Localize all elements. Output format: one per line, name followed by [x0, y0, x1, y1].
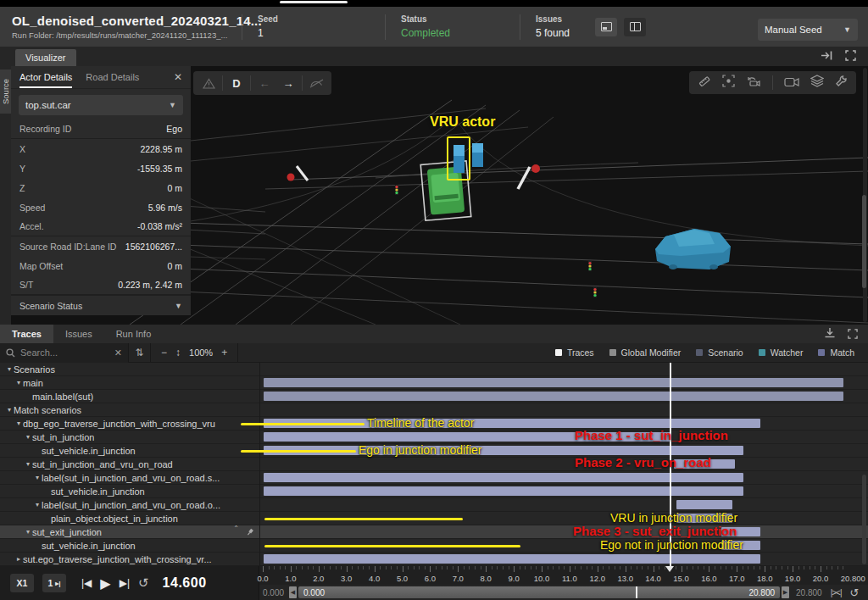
- caret-down-icon[interactable]: ▾: [33, 474, 42, 481]
- tree-row[interactable]: sut_vehicle.in_junction: [0, 539, 259, 553]
- trace-bar[interactable]: [676, 514, 732, 523]
- range-playhead-marker[interactable]: [636, 586, 637, 598]
- layout-split-vertical-button[interactable]: [624, 18, 646, 36]
- timeline-row[interactable]: [260, 376, 868, 390]
- fit-vertical-icon[interactable]: ↕: [175, 347, 181, 358]
- trace-bar[interactable]: [264, 432, 670, 442]
- trace-bar[interactable]: [676, 500, 732, 509]
- expand-collapse-all-button[interactable]: ⇅: [129, 343, 151, 363]
- layout-split-horizontal-button[interactable]: [595, 18, 617, 36]
- trace-bar[interactable]: [264, 378, 843, 387]
- tree-row[interactable]: ▾label(sut_in_junction_and_vru_on_road.o…: [0, 498, 259, 512]
- timeline-row[interactable]: [260, 390, 868, 403]
- tab-visualizer[interactable]: Visualizer: [15, 49, 76, 66]
- timeline-row[interactable]: [260, 553, 868, 566]
- range-scroll-right-button[interactable]: ▶: [782, 586, 789, 598]
- zoom-in-button[interactable]: +: [221, 347, 227, 358]
- vru-actor-2[interactable]: [472, 143, 483, 167]
- caret-down-icon[interactable]: ▾: [24, 433, 32, 441]
- caret-down-icon[interactable]: ▾: [24, 460, 32, 468]
- hide-vehicles-button[interactable]: [306, 74, 326, 92]
- timeline-row[interactable]: [260, 363, 868, 376]
- debug-mode-button[interactable]: D: [226, 74, 247, 92]
- zoom-out-button[interactable]: −: [161, 347, 167, 358]
- time-ruler[interactable]: 0.01.02.03.04.05.06.07.08.09.010.011.012…: [259, 566, 868, 585]
- trace-bar[interactable]: [721, 541, 760, 550]
- tree-row[interactable]: sut_vehicle.in_junction: [0, 485, 259, 498]
- timeline-row[interactable]: [260, 431, 868, 444]
- close-icon[interactable]: ✕: [174, 71, 182, 83]
- caret-down-icon[interactable]: ▾: [33, 501, 42, 508]
- tree-row[interactable]: ▾Match scenarios: [0, 403, 259, 417]
- fit-range-button[interactable]: |><|: [831, 588, 842, 597]
- tree-row[interactable]: ▾dbg_ego_traverse_junction_with_crossing…: [0, 417, 259, 431]
- trace-bar[interactable]: [674, 459, 735, 469]
- timeline-row[interactable]: [260, 471, 868, 485]
- caret-right-icon[interactable]: ▸: [14, 555, 23, 563]
- seed-mode-dropdown[interactable]: Manual Seed ▼: [758, 19, 858, 41]
- tree-row[interactable]: ▾sut_in_junction: [0, 431, 259, 444]
- restart-icon[interactable]: ↺: [138, 575, 149, 591]
- caret-down-icon[interactable]: ▾: [5, 365, 14, 373]
- tab-source[interactable]: Source: [0, 69, 11, 114]
- range-scroll-left-button[interactable]: ◀: [289, 586, 297, 598]
- caret-down-icon[interactable]: ▾: [14, 419, 23, 427]
- skip-to-end-button[interactable]: ▶|: [120, 577, 130, 589]
- playback-speed-button[interactable]: X1: [10, 574, 34, 592]
- fullscreen-icon[interactable]: [848, 327, 858, 342]
- tree-row[interactable]: ▾sut_exit_junction⌃: [0, 525, 259, 539]
- other-vehicle[interactable]: [655, 229, 731, 269]
- caret-down-icon[interactable]: ▾: [14, 379, 23, 386]
- tree-row[interactable]: sut_vehicle.in_junction: [0, 444, 259, 458]
- collapse-row-icon[interactable]: ⌃: [233, 525, 239, 540]
- caret-down-icon[interactable]: ▾: [24, 528, 32, 536]
- layers-icon[interactable]: [810, 75, 824, 91]
- tree-row[interactable]: plain_object.object_in_junction: [0, 512, 259, 525]
- timeline-row[interactable]: [260, 458, 868, 471]
- timeline-row[interactable]: [260, 525, 868, 539]
- tab-road-details[interactable]: Road Details: [86, 66, 139, 88]
- tree-row[interactable]: ▸sut.ego_traverse_junction_with_crossing…: [0, 553, 259, 566]
- tree-row[interactable]: ▾label(sut_in_junction_and_vru_on_road.s…: [0, 471, 259, 485]
- range-slider[interactable]: 0.000 20.800: [298, 586, 780, 598]
- tree-row[interactable]: ▾sut_in_junction_and_vru_on_road: [0, 458, 259, 471]
- clear-search-icon[interactable]: ✕: [114, 347, 122, 358]
- actor-selector-dropdown[interactable]: top.sut.car ▼: [19, 95, 183, 115]
- tree-row[interactable]: main.label(sut): [0, 390, 259, 403]
- reset-range-icon[interactable]: ↺: [850, 586, 860, 599]
- warnings-toggle-button[interactable]: [198, 74, 219, 92]
- caret-down-icon[interactable]: ▾: [5, 406, 14, 414]
- tab-actor-details[interactable]: Actor Details: [19, 66, 72, 88]
- trace-bar[interactable]: [264, 554, 760, 564]
- timeline-scrollbar[interactable]: [862, 475, 866, 564]
- timeline-row[interactable]: [260, 498, 868, 512]
- step-forward-button[interactable]: →: [278, 74, 298, 92]
- scenario-status-section[interactable]: Scenario Status ▼: [11, 295, 191, 315]
- settings-wrench-icon[interactable]: [835, 75, 848, 91]
- measure-tool-icon[interactable]: [698, 75, 711, 92]
- playhead-handle[interactable]: [665, 566, 674, 572]
- play-button[interactable]: ▶: [100, 575, 110, 592]
- fullscreen-icon[interactable]: [845, 50, 856, 61]
- step-size-button[interactable]: 1 ▸|: [42, 574, 66, 592]
- tab-issues[interactable]: Issues: [53, 325, 104, 343]
- skip-to-start-button[interactable]: |◀: [81, 577, 92, 589]
- focus-target-icon[interactable]: [722, 75, 735, 91]
- reset-camera-icon[interactable]: [746, 75, 761, 91]
- tree-row[interactable]: ▾main: [0, 376, 259, 390]
- tab-traces[interactable]: Traces: [0, 325, 53, 343]
- pin-icon[interactable]: [246, 525, 254, 540]
- collapse-right-icon[interactable]: [821, 50, 833, 61]
- download-icon[interactable]: [824, 327, 836, 342]
- playhead-line[interactable]: [670, 363, 671, 566]
- timeline-row[interactable]: [260, 485, 868, 498]
- viewport-scrollbar[interactable]: [863, 68, 867, 322]
- trace-bar[interactable]: [264, 392, 843, 401]
- camera-view-icon[interactable]: [784, 75, 799, 91]
- search-input[interactable]: [20, 347, 114, 358]
- tab-run-info[interactable]: Run Info: [104, 325, 164, 343]
- trace-bar[interactable]: [721, 527, 760, 536]
- tree-row[interactable]: ▾Scenarios: [0, 363, 259, 376]
- timeline-row[interactable]: [260, 403, 868, 417]
- step-back-button[interactable]: ←: [254, 74, 275, 92]
